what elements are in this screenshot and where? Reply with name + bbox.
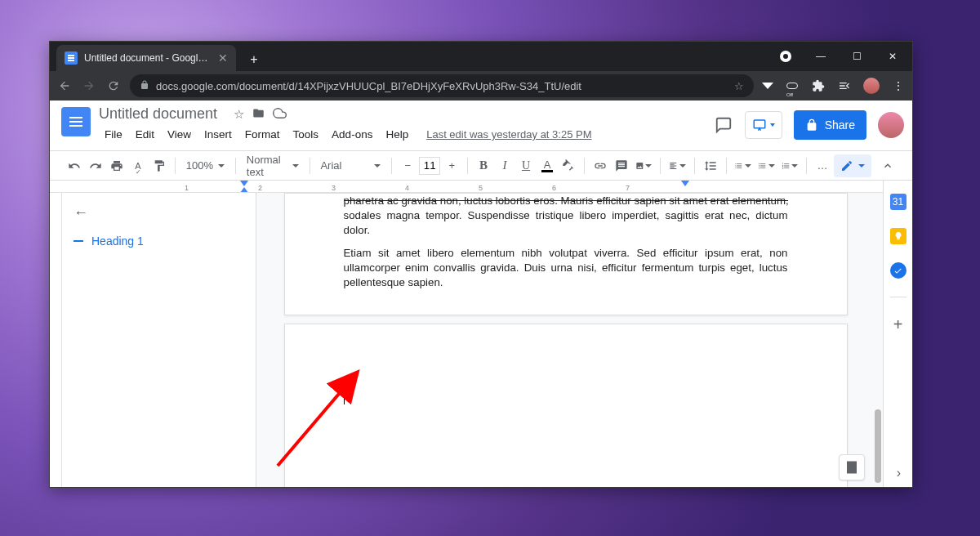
menu-help[interactable]: Help <box>380 126 414 143</box>
menu-view[interactable]: View <box>162 126 197 143</box>
horizontal-ruler[interactable]: 1 2 3 4 5 6 7 <box>50 181 883 193</box>
side-panel: 31 + <box>883 181 912 487</box>
tab-close-icon[interactable]: ✕ <box>218 51 228 65</box>
font-family-select[interactable]: Arial <box>315 159 385 172</box>
new-tab-button[interactable]: + <box>243 48 265 71</box>
text-cursor <box>344 391 345 404</box>
keep-icon[interactable] <box>890 228 906 244</box>
tasks-icon[interactable] <box>890 262 906 279</box>
toolbar: A✓ 100% Normal text Arial − + B I U A … <box>50 151 912 181</box>
titlebar: Untitled document - Google Doc ✕ + — ☐ ✕ <box>50 42 912 71</box>
extensions-button[interactable] <box>811 78 826 93</box>
tab-title: Untitled document - Google Doc <box>84 52 212 64</box>
spellcheck-button[interactable]: A✓ <box>128 155 148 176</box>
more-button[interactable]: … <box>813 155 832 176</box>
cloud-status-icon[interactable] <box>273 106 287 123</box>
chevron-down-icon <box>218 164 225 168</box>
menu-addons[interactable]: Add-ons <box>326 126 378 143</box>
right-indent-marker[interactable] <box>681 181 689 186</box>
line-spacing-button[interactable] <box>701 155 720 176</box>
bold-button[interactable]: B <box>474 155 493 176</box>
menu-format[interactable]: Format <box>239 126 286 143</box>
browser-window: Untitled document - Google Doc ✕ + — ☐ ✕… <box>49 41 913 488</box>
vertical-ruler[interactable] <box>50 193 62 487</box>
star-icon[interactable]: ☆ <box>234 107 244 122</box>
left-indent-marker[interactable] <box>240 187 248 193</box>
minimize-button[interactable]: — <box>803 44 839 69</box>
zoom-select[interactable]: 100% <box>181 159 229 172</box>
outline-item[interactable]: Heading 1 <box>74 234 244 248</box>
checklist-button[interactable] <box>732 155 754 176</box>
reading-list-icon[interactable] <box>837 78 852 93</box>
docs-logo-icon[interactable] <box>61 107 91 136</box>
document-canvas[interactable]: pharetra ac gravida non, luctus lobortis… <box>256 181 883 487</box>
last-edit-link[interactable]: Last edit was yesterday at 3:25 PM <box>421 126 597 143</box>
document-page-1[interactable]: pharetra ac gravida non, luctus lobortis… <box>284 193 848 315</box>
italic-button[interactable]: I <box>495 155 514 176</box>
explore-button[interactable] <box>839 454 865 480</box>
body-text: Etiam sit amet libero elementum nibh vol… <box>344 246 788 290</box>
account-avatar[interactable] <box>878 112 904 138</box>
divider <box>890 297 906 297</box>
insert-comment-button[interactable] <box>612 155 631 176</box>
document-page-2[interactable] <box>284 324 848 487</box>
bookmark-star-icon[interactable]: ☆ <box>734 80 744 92</box>
first-line-indent-marker[interactable] <box>240 181 248 186</box>
text-color-button[interactable]: A <box>537 155 557 176</box>
font-size-input[interactable] <box>419 157 440 175</box>
outline-item-label: Heading 1 <box>91 234 144 248</box>
extension-icons: Off ⋮ <box>762 78 906 94</box>
calendar-icon[interactable]: 31 <box>890 194 906 210</box>
present-button[interactable] <box>745 111 782 139</box>
share-button[interactable]: Share <box>794 110 866 140</box>
outline-panel: ← Heading 1 <box>62 193 256 487</box>
menu-file[interactable]: File <box>99 126 128 143</box>
move-icon[interactable] <box>252 107 265 122</box>
window-close-button[interactable]: ✕ <box>875 44 911 69</box>
font-size-increase[interactable]: + <box>442 155 461 176</box>
number-list-button[interactable] <box>779 155 801 176</box>
body-text: sodales magna tempor. Suspendisse tristi… <box>344 208 788 238</box>
menu-edit[interactable]: Edit <box>130 126 160 143</box>
reload-button[interactable] <box>105 78 122 94</box>
insert-image-button[interactable] <box>633 155 655 176</box>
maximize-button[interactable]: ☐ <box>839 44 875 69</box>
docs-body: 1 2 3 4 5 6 7 ← Heading 1 pharetra ac gr… <box>50 181 912 487</box>
highlight-button[interactable] <box>559 155 578 176</box>
forward-button[interactable] <box>81 78 97 94</box>
outline-back-button[interactable]: ← <box>74 204 244 221</box>
browser-tab[interactable]: Untitled document - Google Doc ✕ <box>56 45 236 71</box>
print-button[interactable] <box>107 155 127 176</box>
comments-icon[interactable] <box>714 115 733 135</box>
document-title-input[interactable] <box>99 105 225 123</box>
paragraph-style-select[interactable]: Normal text <box>242 154 304 178</box>
docs-favicon <box>65 51 78 65</box>
paint-format-button[interactable] <box>149 155 169 176</box>
extension-toggle-icon[interactable]: Off <box>785 78 800 93</box>
font-size-decrease[interactable]: − <box>398 155 417 176</box>
url-text: docs.google.com/document/d/14XPijxzVHUUC… <box>156 80 728 92</box>
docs-header: ☆ File Edit View Insert Format Tools Add… <box>50 100 912 151</box>
underline-button[interactable]: U <box>516 155 536 176</box>
menu-tools[interactable]: Tools <box>287 126 325 143</box>
redo-button[interactable] <box>86 155 105 176</box>
collapse-toolbar-button[interactable] <box>878 155 898 176</box>
menu-insert[interactable]: Insert <box>198 126 238 143</box>
chevron-down-icon <box>770 123 775 127</box>
align-button[interactable] <box>666 155 688 176</box>
chevron-down-icon <box>292 164 299 168</box>
side-panel-toggle[interactable]: › <box>897 466 901 480</box>
insert-link-button[interactable] <box>590 155 610 176</box>
add-addon-button[interactable]: + <box>893 315 903 334</box>
profile-avatar-small[interactable] <box>863 78 880 94</box>
extension-pocket-icon[interactable] <box>762 83 773 89</box>
editing-mode-button[interactable] <box>834 154 871 177</box>
scrollbar-thumb[interactable] <box>875 409 881 483</box>
undo-button[interactable] <box>65 155 84 176</box>
back-button[interactable] <box>56 78 73 94</box>
outline-marker-icon <box>74 240 83 242</box>
header-right: Share <box>714 105 904 140</box>
bullet-list-button[interactable] <box>755 155 777 176</box>
omnibox[interactable]: docs.google.com/document/d/14XPijxzVHUUC… <box>130 74 754 97</box>
chrome-menu-button[interactable]: ⋮ <box>891 78 906 93</box>
